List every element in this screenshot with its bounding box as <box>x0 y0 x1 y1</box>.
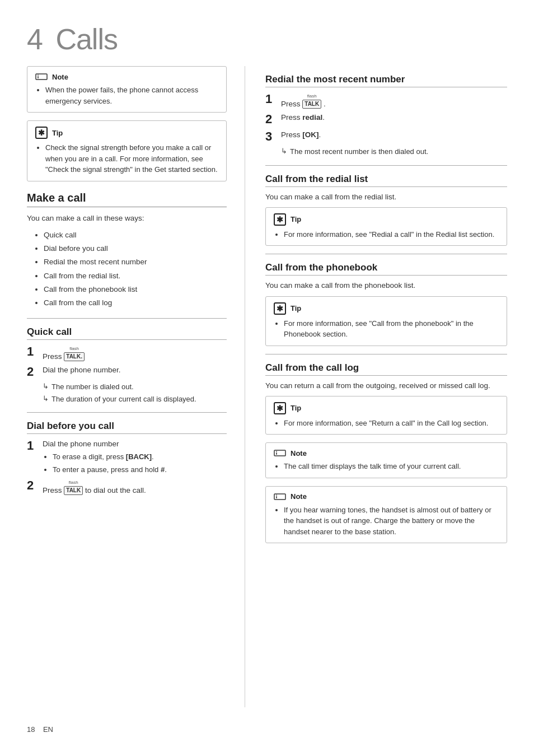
tip-icon-calllog: ✱ <box>274 402 286 414</box>
call-log-intro: You can return a call from the outgoing,… <box>265 380 507 391</box>
list-item: Call from the redial list. <box>44 269 227 283</box>
talk-key-wrap: flash TALK <box>302 94 321 110</box>
quick-call-steps: 1 Press flash TALK. 2 Dial the phone num… <box>27 344 227 405</box>
tip-box-redial-title: Tip <box>291 215 301 223</box>
step-number: 1 <box>27 438 43 453</box>
step-3-content: Press [OK]. <box>281 129 507 141</box>
step-1-content: Press flash TALK. <box>43 344 227 362</box>
note-icon-1 <box>35 72 48 81</box>
arrow-item-2: ↳ The duration of your current call is d… <box>43 394 227 405</box>
ok-key: [OK] <box>302 130 318 139</box>
step-number: 3 <box>265 129 281 144</box>
tip-box-calllog-list: For more information, see "Return a call… <box>274 418 499 429</box>
list-item: For more information, see "Return a call… <box>284 418 499 429</box>
chapter-title: Calls <box>55 23 118 55</box>
list-item: The call timer displays the talk time of… <box>284 461 499 472</box>
svg-rect-6 <box>274 494 285 500</box>
step-2-content: Press flash TALK to dial out the call. <box>43 478 227 496</box>
note-box-2-title: Note <box>291 449 307 458</box>
sub-bullet-list: To erase a digit, press [BACK]. To enter… <box>43 451 227 475</box>
note-box-1-title: Note <box>52 73 68 81</box>
note-box-3: Note If you hear warning tones, the hand… <box>265 486 507 544</box>
step-3: 3 Press [OK]. <box>265 129 507 144</box>
talk-key-wrap: flash TALK. <box>64 347 85 362</box>
talk-key: TALK <box>64 486 83 495</box>
page-title: 4 Calls <box>27 22 507 56</box>
note-box-3-title: Note <box>291 492 307 501</box>
redial-steps: 1 Press flash TALK . 2 Press redial. <box>265 92 507 157</box>
list-item: Call from the call log <box>44 296 227 310</box>
step-number: 1 <box>265 92 281 106</box>
tip-icon-phonebook: ✱ <box>274 302 286 315</box>
right-column: Redial the most recent number 1 Press fl… <box>245 66 507 707</box>
step-number: 2 <box>27 365 43 379</box>
note-box-1-header: Note <box>35 72 218 81</box>
divider <box>265 254 507 254</box>
note-box-2-header: Note <box>274 449 499 458</box>
tip-box-1: ✱ Tip Check the signal strength before y… <box>27 120 227 181</box>
phonebook-intro: You can make a call from the phonebook l… <box>265 280 507 291</box>
arrow-text: The most recent number is then dialed ou… <box>290 146 428 157</box>
divider <box>27 412 227 413</box>
tip-box-1-title: Tip <box>52 129 63 137</box>
step-1-text: Dial the phone number <box>43 440 119 448</box>
flash-label: flash <box>64 480 83 485</box>
tip-icon-1: ✱ <box>35 127 48 139</box>
left-column: Note When the power fails, the phone can… <box>27 66 245 707</box>
footer-page: 18 <box>27 725 35 734</box>
note-box-3-header: Note <box>274 492 499 501</box>
tip-box-calllog-title: Tip <box>291 404 301 412</box>
make-a-call-intro: You can make a call in these ways: <box>27 213 227 224</box>
tip-box-phonebook-header: ✱ Tip <box>274 302 499 315</box>
step-1: 1 Press flash TALK . <box>265 92 507 110</box>
arrow-symbol: ↳ <box>43 394 49 403</box>
list-item: If you hear warning tones, the handset i… <box>284 505 499 538</box>
list-item: To enter a pause, press and hold #. <box>53 464 227 476</box>
talk-key: TALK. <box>64 352 85 361</box>
redial-list-intro: You can make a call from the redial list… <box>265 192 507 203</box>
svg-rect-0 <box>36 74 47 80</box>
arrow-symbol: ↳ <box>281 147 287 155</box>
step-1-content: Press flash TALK . <box>281 92 507 110</box>
step-1-content: Dial the phone number To erase a digit, … <box>43 438 227 475</box>
list-item: Dial before you call <box>44 242 227 255</box>
step-2: 2 Press flash TALK to dial out the call. <box>27 478 227 496</box>
list-item: To erase a digit, press [BACK]. <box>53 451 227 463</box>
quick-call-title: Quick call <box>27 326 227 340</box>
list-item: Redial the most recent number <box>44 255 227 269</box>
note-icon-3 <box>274 492 286 501</box>
tip-box-redial: ✱ Tip For more information, see "Redial … <box>265 207 507 246</box>
step-2-content: Press redial. <box>281 112 507 123</box>
page: 4 Calls Note When the po <box>0 0 534 756</box>
talk-key: TALK <box>302 100 321 109</box>
flash-label: flash <box>64 347 85 351</box>
step-number: 2 <box>265 112 281 127</box>
step-2-content: Dial the phone number. <box>43 365 227 376</box>
list-item: Call from the phonebook list <box>44 283 227 296</box>
step-2: 2 Dial the phone number. <box>27 365 227 379</box>
footer-lang: EN <box>43 725 53 734</box>
step-1: 1 Press flash TALK. <box>27 344 227 362</box>
tip-box-redial-header: ✱ Tip <box>274 213 499 226</box>
tip-box-phonebook-list: For more information, see "Call from the… <box>274 318 499 340</box>
redial-key: redial <box>302 113 322 122</box>
dial-before-steps: 1 Dial the phone number To erase a digit… <box>27 438 227 496</box>
tip-box-calllog: ✱ Tip For more information, see "Return … <box>265 396 507 435</box>
tip-box-calllog-header: ✱ Tip <box>274 402 499 414</box>
key-hash: # <box>161 465 165 474</box>
divider <box>265 354 507 354</box>
phonebook-title: Call from the phonebook <box>265 262 507 276</box>
step-number: 1 <box>27 344 43 359</box>
call-log-title: Call from the call log <box>265 362 507 376</box>
arrow-item-1: ↳ The most recent number is then dialed … <box>281 146 507 157</box>
redial-list-title: Call from the redial list <box>265 174 507 187</box>
tip-box-phonebook: ✱ Tip For more information, see "Call fr… <box>265 296 507 346</box>
arrow-text: The duration of your current call is dis… <box>51 394 196 405</box>
make-a-call-title: Make a call <box>27 192 227 207</box>
note-box-2: Note The call timer displays the talk ti… <box>265 442 507 478</box>
step-1: 1 Dial the phone number To erase a digit… <box>27 438 227 475</box>
tip-box-1-list: Check the signal strength before you mak… <box>35 142 218 175</box>
redial-title: Redial the most recent number <box>265 74 507 87</box>
key-back: [BACK] <box>126 452 152 461</box>
tip-box-phonebook-title: Tip <box>291 304 301 312</box>
